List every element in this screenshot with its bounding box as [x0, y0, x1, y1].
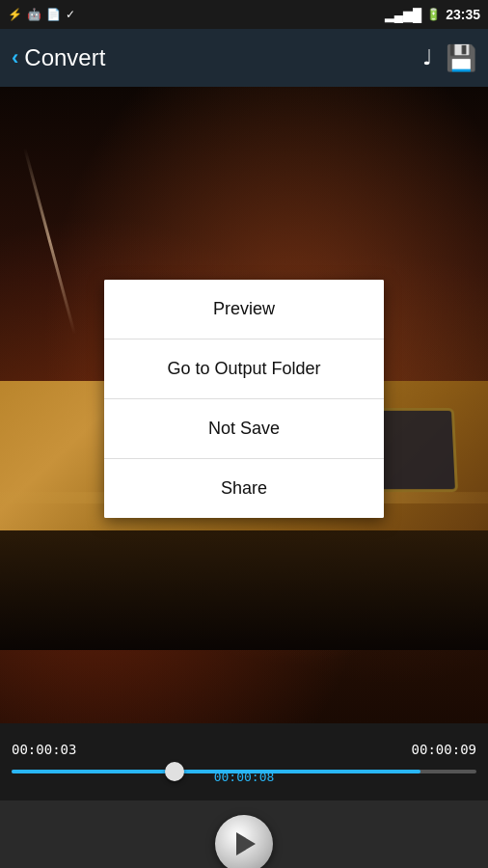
scrubber-thumb[interactable]	[165, 762, 184, 781]
menu-item-output-folder[interactable]: Go to Output Folder	[104, 339, 384, 399]
end-time: 00:00:09	[412, 742, 476, 757]
check-icon: ✓	[66, 8, 75, 21]
scrubber-container[interactable]: 00:00:08	[12, 761, 476, 782]
time-display: 23:35	[446, 7, 480, 22]
menu-item-not-save[interactable]: Not Save	[104, 399, 384, 459]
video-area: Preview Go to Output Folder Not Save Sha…	[0, 87, 488, 723]
menu-item-preview[interactable]: Preview	[104, 280, 384, 339]
android-icon: 🤖	[27, 8, 41, 21]
status-icons-right: ▂▄▆█ 🔋 23:35	[385, 7, 480, 22]
signal-icon: ▂▄▆█	[385, 8, 421, 22]
app-bar-left: ‹ Convert	[12, 44, 105, 71]
page-title: Convert	[24, 44, 105, 71]
play-icon	[236, 832, 256, 855]
context-menu: Preview Go to Output Folder Not Save Sha…	[104, 280, 384, 518]
play-button[interactable]	[215, 815, 273, 868]
light-streak	[23, 148, 76, 335]
status-bar: ⚡ 🤖 📄 ✓ ▂▄▆█ 🔋 23:35	[0, 0, 488, 29]
back-button[interactable]: ‹	[12, 45, 18, 70]
music-icon[interactable]: ♩	[422, 45, 432, 70]
start-time: 00:00:03	[12, 742, 76, 757]
app-bar-right: ♩ 💾	[422, 43, 476, 73]
app-bar: ‹ Convert ♩ 💾	[0, 29, 488, 87]
timeline-area: 00:00:03 00:00:09 00:00:08	[0, 723, 488, 800]
usb-icon: ⚡	[8, 8, 22, 21]
file-icon: 📄	[46, 8, 61, 21]
save-icon[interactable]: 💾	[446, 43, 476, 73]
controls-bar	[0, 800, 488, 868]
time-labels: 00:00:03 00:00:09	[12, 742, 476, 757]
battery-icon: 🔋	[426, 8, 441, 21]
current-time: 00:00:08	[214, 770, 275, 784]
status-icons-left: ⚡ 🤖 📄 ✓	[8, 8, 75, 21]
car-bottom	[0, 530, 488, 650]
menu-item-share[interactable]: Share	[104, 459, 384, 518]
